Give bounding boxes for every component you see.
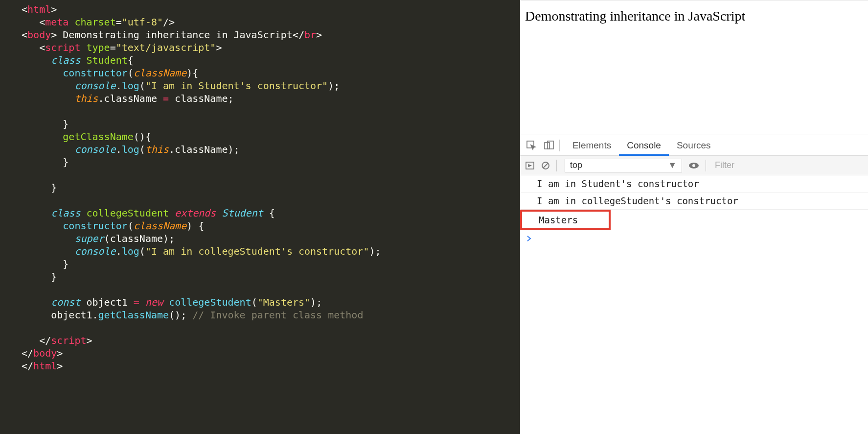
page-content: Demonstrating inheritance in JavaScript [520, 0, 868, 135]
tab-sources[interactable]: Sources [669, 135, 719, 156]
devtools-tabs: Elements Console Sources [520, 135, 868, 156]
code-editor[interactable]: <html> <meta charset="utf-8"/> <body> De… [0, 0, 520, 434]
inspect-icon[interactable] [526, 140, 537, 151]
filter-input[interactable]: Filter [715, 160, 868, 170]
clear-console-icon[interactable] [541, 161, 550, 170]
browser-pane: Demonstrating inheritance in JavaScript … [520, 0, 868, 434]
tag-meta: meta [45, 16, 69, 28]
tab-console[interactable]: Console [619, 135, 669, 156]
console-messages: I am in Student's constructor I am in co… [520, 175, 868, 246]
context-selector[interactable]: top ▼ [565, 159, 682, 172]
console-toolbar: top ▼ Filter [520, 156, 868, 175]
svg-rect-1 [545, 143, 549, 149]
svg-point-7 [692, 164, 695, 167]
eye-icon[interactable] [688, 161, 700, 170]
device-toggle-icon[interactable] [544, 140, 554, 151]
sidebar-toggle-icon[interactable] [525, 161, 535, 170]
chevron-down-icon: ▼ [668, 160, 677, 170]
tag-body: body [27, 29, 51, 41]
console-prompt[interactable] [520, 230, 868, 246]
tag-script: script [45, 42, 80, 53]
console-message: I am in Student's constructor [520, 175, 868, 193]
console-message: I am in collegeStudent's constructor [520, 193, 868, 210]
console-message-highlighted: Masters [520, 210, 611, 230]
tab-elements[interactable]: Elements [565, 135, 619, 156]
svg-line-5 [543, 163, 548, 168]
devtools: Elements Console Sources top ▼ Filter I … [520, 135, 868, 434]
page-text: Demonstrating inheritance in JavaScript [525, 8, 745, 24]
tag-html: html [27, 3, 51, 15]
